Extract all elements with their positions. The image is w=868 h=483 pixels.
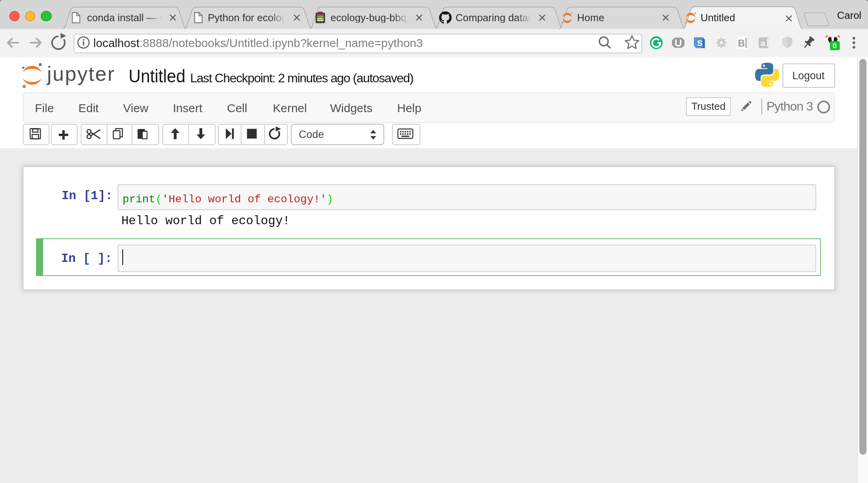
svg-text:0: 0	[832, 42, 837, 50]
svg-text:S: S	[697, 38, 703, 47]
svg-text:a: a	[761, 38, 765, 47]
svg-text:B: B	[738, 38, 745, 49]
